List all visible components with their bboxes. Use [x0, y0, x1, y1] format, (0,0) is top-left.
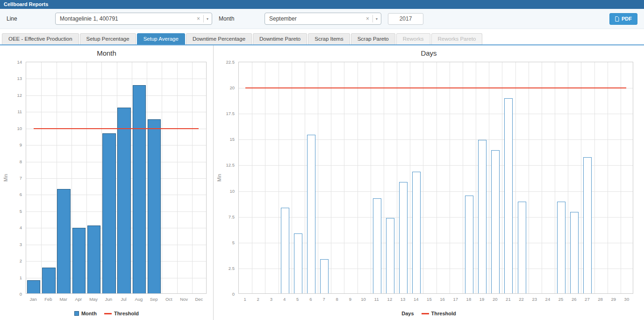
- days-chart-panel: Days02.557.51012.51517.52022.51234567891…: [214, 45, 644, 320]
- month-select[interactable]: September × ▾: [265, 13, 381, 25]
- bar[interactable]: [281, 208, 289, 293]
- x-tick-label: Sep: [146, 297, 161, 302]
- chevron-down-icon[interactable]: ▾: [207, 17, 208, 21]
- y-tick-label: 0: [214, 291, 235, 297]
- line-label: Line: [7, 15, 55, 22]
- gridline-v: [279, 62, 279, 293]
- bar[interactable]: [557, 202, 565, 293]
- bar[interactable]: [504, 98, 513, 293]
- gridline-h: [239, 139, 633, 140]
- clear-month-icon[interactable]: ×: [366, 16, 369, 22]
- line-select-value: Montagelinie 1, 400791: [60, 15, 194, 22]
- bar[interactable]: [102, 133, 115, 293]
- y-tick-label: 8: [0, 159, 22, 164]
- gridline-v: [331, 62, 331, 293]
- y-tick-label: 20: [214, 85, 235, 90]
- x-tick-label: 28: [594, 297, 607, 302]
- x-tick-label: Apr: [71, 297, 86, 302]
- x-tick-label: Aug: [131, 297, 146, 302]
- y-tick-label: 3: [0, 241, 22, 247]
- bar[interactable]: [518, 202, 526, 293]
- gridline-v: [608, 62, 608, 293]
- gridline-v: [147, 62, 147, 293]
- x-tick-label: Nov: [177, 297, 192, 302]
- bar[interactable]: [148, 119, 161, 293]
- legend-item: Month: [74, 311, 97, 316]
- y-tick-label: 7.5: [214, 214, 235, 219]
- gridline-h: [26, 145, 206, 145]
- gridline-v: [384, 62, 384, 293]
- bar[interactable]: [42, 268, 55, 293]
- bar[interactable]: [294, 233, 302, 293]
- gridline-v: [542, 62, 542, 293]
- tab-scrap-items[interactable]: Scrap Items: [308, 33, 350, 44]
- bar[interactable]: [72, 228, 86, 293]
- gridline-v: [621, 62, 621, 293]
- pdf-button[interactable]: PDF: [609, 13, 637, 25]
- bar[interactable]: [373, 198, 381, 293]
- x-tick-label: 15: [422, 297, 436, 302]
- x-tick-label: Mar: [56, 297, 71, 302]
- tab-reworks-pareto: Reworks Pareto: [431, 33, 483, 44]
- x-tick-label: 2: [251, 297, 265, 302]
- y-tick-label: 13: [0, 76, 22, 81]
- bar[interactable]: [27, 280, 40, 293]
- x-tick-label: 21: [501, 297, 515, 302]
- x-tick-label: 8: [330, 297, 343, 302]
- gridline-v: [86, 62, 87, 293]
- legend-label: Month: [81, 311, 97, 316]
- tab-downtime-percentage[interactable]: Downtime Percentage: [186, 33, 252, 44]
- gridline-v: [177, 62, 178, 293]
- y-tick-label: 0: [0, 291, 22, 297]
- y-tick-label: 9: [0, 142, 22, 147]
- gridline-v: [358, 62, 358, 293]
- select-divider: [372, 15, 373, 22]
- tab-downtime-pareto[interactable]: Downtime Pareto: [253, 33, 307, 44]
- x-tick-label: 16: [436, 297, 449, 302]
- gridline-v: [502, 62, 502, 293]
- tab-scrap-pareto[interactable]: Scrap Pareto: [351, 33, 395, 44]
- bar[interactable]: [491, 150, 500, 293]
- bar[interactable]: [133, 85, 146, 293]
- x-tick-label: 29: [607, 297, 620, 302]
- gridline-h: [26, 245, 206, 245]
- gridline-v: [371, 62, 371, 293]
- bar[interactable]: [412, 172, 421, 293]
- y-axis-title: Min: [217, 174, 222, 182]
- x-tick-label: 6: [304, 297, 317, 302]
- gridline-v: [57, 62, 57, 293]
- bar[interactable]: [87, 225, 100, 293]
- chevron-down-icon[interactable]: ▾: [376, 17, 378, 21]
- bar[interactable]: [478, 140, 487, 293]
- bar[interactable]: [399, 182, 408, 293]
- x-tick-label: 10: [357, 297, 370, 302]
- y-tick-label: 2.5: [214, 265, 235, 270]
- gridline-v: [318, 62, 318, 293]
- bar[interactable]: [117, 108, 130, 293]
- bar[interactable]: [465, 196, 473, 293]
- bar[interactable]: [570, 212, 579, 293]
- tab-oee-effective-production[interactable]: OEE - Effective Production: [2, 33, 79, 44]
- gridline-v: [410, 62, 410, 293]
- x-tick-label: Jul: [116, 297, 131, 302]
- bar[interactable]: [320, 259, 329, 293]
- y-axis-title: Min: [3, 174, 8, 182]
- clear-line-icon[interactable]: ×: [197, 16, 200, 22]
- bar[interactable]: [386, 218, 394, 293]
- bar[interactable]: [57, 189, 70, 293]
- year-input[interactable]: [388, 13, 423, 25]
- gridline-v: [515, 62, 516, 293]
- gridline-v: [529, 62, 529, 293]
- threshold-line: [34, 128, 199, 129]
- gridline-v: [436, 62, 437, 293]
- y-tick-label: 11: [0, 109, 22, 114]
- x-tick-label: 26: [567, 297, 580, 302]
- x-tick-label: 27: [580, 297, 594, 302]
- tab-setup-average[interactable]: Setup Average: [137, 33, 185, 44]
- bar[interactable]: [583, 157, 592, 293]
- x-tick-label: 7: [317, 297, 330, 302]
- bar[interactable]: [307, 135, 315, 293]
- gridline-v: [568, 62, 568, 293]
- line-select[interactable]: Montagelinie 1, 400791 × ▾: [55, 13, 212, 25]
- tab-setup-percentage[interactable]: Setup Percentage: [80, 33, 136, 44]
